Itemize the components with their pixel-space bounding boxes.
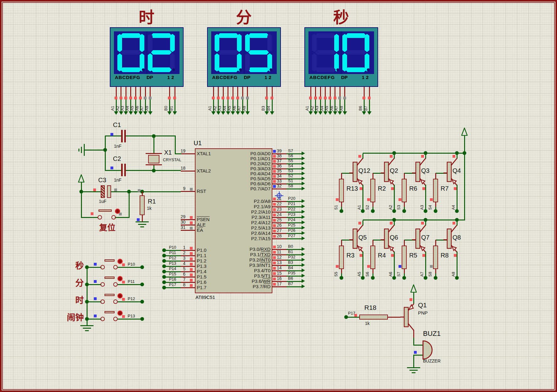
resistor-R4[interactable] [370, 246, 375, 269]
net-label: P11 [166, 250, 179, 255]
net-label: P16 [166, 277, 179, 282]
mcu-pin-P0.3-AD3: P0.3/AD3 [206, 166, 270, 171]
button-terminal[interactable] [100, 317, 105, 321]
key-button-label: 分 [58, 276, 84, 289]
key-button-actuator[interactable]: ↕ [117, 276, 123, 281]
pin-number: 37 [277, 158, 285, 163]
component-lead [174, 87, 175, 97]
capacitor-plate[interactable] [107, 185, 111, 198]
transistor-ref: Q7 [421, 234, 430, 241]
component-lead [404, 173, 405, 179]
pin-number: 17 [277, 281, 285, 286]
capacitor-plate-polarized[interactable] [101, 185, 105, 198]
terminal-arrow-down-icon [119, 111, 123, 115]
pin-number: 27 [277, 228, 285, 233]
crystal-body[interactable] [148, 155, 159, 163]
key-button-bar[interactable] [104, 294, 115, 296]
resistor-ref: R2 [378, 185, 386, 192]
wire [115, 217, 129, 218]
resistor-ref: R4 [378, 252, 386, 259]
net-label-vertical: A6 [232, 99, 237, 111]
net-label: S1 [288, 178, 293, 183]
resistor-R5[interactable] [402, 246, 407, 269]
buzzer-ref: BUZ1 [423, 330, 441, 338]
resistor-R2[interactable] [370, 179, 375, 202]
key-button-actuator[interactable]: ↕ [117, 310, 123, 316]
button-terminal[interactable] [111, 215, 116, 220]
reset-button-actuator[interactable]: ↕ [115, 209, 120, 214]
net-label: P12 [128, 296, 135, 301]
button-terminal[interactable] [113, 299, 118, 304]
capacitor-plate[interactable] [124, 164, 126, 176]
terminal-arrow-right-icon [302, 220, 305, 224]
net-label: P20 [288, 196, 295, 201]
button-terminal[interactable] [113, 317, 118, 321]
junction-dot [162, 270, 166, 273]
buzzer-buz1[interactable] [420, 340, 435, 360]
component-lead [341, 202, 342, 207]
pin-state-square [190, 188, 193, 191]
terminal-arrow-down-icon [367, 111, 372, 115]
pin-state-square [93, 188, 96, 191]
key-button-actuator[interactable]: ↕ [117, 293, 123, 299]
button-terminal[interactable] [98, 215, 102, 220]
key-button-bar[interactable] [104, 277, 115, 279]
terminal-arrow-right-icon [302, 215, 305, 219]
component-lead [310, 87, 311, 97]
pin-state-square [110, 167, 113, 169]
resistor-R7[interactable] [433, 179, 438, 202]
key-button-actuator[interactable]: ↕ [117, 259, 123, 264]
button-terminal[interactable] [100, 282, 105, 287]
terminal-arrow-down-icon [129, 111, 133, 115]
reset-button-bar[interactable] [99, 209, 112, 212]
junction-dot [361, 276, 365, 280]
display-panel-dp-label: DP [244, 75, 250, 80]
component-lead [335, 87, 335, 97]
pin-name: P0.1/AD1 [250, 156, 270, 161]
pin-state-square [190, 268, 193, 271]
key-button-bar[interactable] [104, 311, 115, 313]
display-pin-wire [369, 99, 370, 111]
button-terminal[interactable] [100, 265, 105, 269]
capacitor-plate[interactable] [121, 130, 123, 142]
pin-name: P1.1 [197, 253, 206, 258]
pin-state-square [122, 298, 125, 301]
terminal-arrow-down-icon [323, 111, 328, 115]
junction-dot [140, 300, 144, 304]
ground-icon [85, 330, 89, 331]
capacitor-plate[interactable] [124, 130, 126, 142]
junction-dot [140, 265, 144, 269]
component-lead [344, 87, 345, 97]
terminal-arrow-down-icon [270, 111, 274, 115]
crystal-ref: X1 [164, 149, 172, 156]
key-button-bar[interactable] [104, 259, 115, 262]
junction-dot [402, 209, 406, 213]
resistor-r18[interactable] [359, 315, 388, 320]
pin-state-square [91, 212, 94, 215]
terminal-arrow-down-icon [143, 111, 147, 115]
mcu-pin-P0.1-AD1: P0.1/AD1 [206, 156, 270, 161]
pin-name: P3.7/ [253, 284, 264, 289]
resistor-R13[interactable] [339, 179, 344, 202]
button-terminal[interactable] [113, 265, 118, 269]
pin-state-square [273, 170, 276, 173]
pin-state-square [273, 185, 276, 188]
resistor-r1[interactable] [140, 195, 145, 215]
button-terminal[interactable] [100, 299, 105, 304]
pin-state-square [273, 165, 276, 168]
terminal-arrow-right-icon [302, 210, 305, 214]
net-label: B0 [288, 244, 293, 249]
resistor-R6[interactable] [402, 179, 407, 202]
mcu-pin-P2.4-A12: P2.4/A12 [206, 220, 270, 225]
net-label-vertical: B4 [266, 99, 271, 111]
resistor-R3[interactable] [339, 246, 344, 269]
resistor-R8[interactable] [433, 246, 438, 269]
pin-state-square [122, 315, 125, 318]
net-label-vertical: A2 [115, 99, 120, 111]
pin-name: P3.3/ [249, 262, 260, 268]
junction-dot [361, 209, 365, 213]
pin-state-square [273, 256, 276, 259]
mcu-pin-P2.1-A9: P2.1/A9 [206, 204, 270, 209]
capacitor-plate[interactable] [121, 164, 123, 176]
button-terminal[interactable] [113, 282, 118, 287]
